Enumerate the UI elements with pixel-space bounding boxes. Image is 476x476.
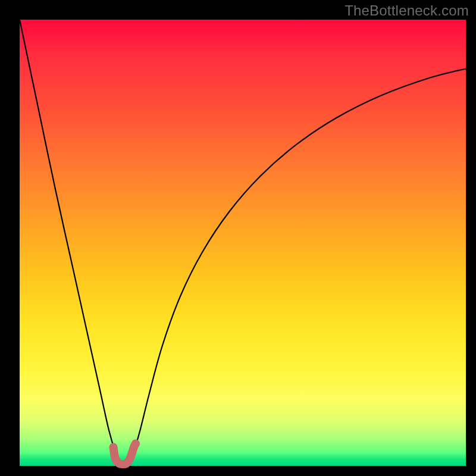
bottleneck-curve <box>20 20 466 464</box>
curve-layer <box>20 20 466 466</box>
chart-frame: TheBottleneck.com <box>0 0 476 476</box>
watermark: TheBottleneck.com <box>345 2 469 19</box>
marker-band <box>114 444 136 465</box>
plot-area <box>20 20 466 466</box>
